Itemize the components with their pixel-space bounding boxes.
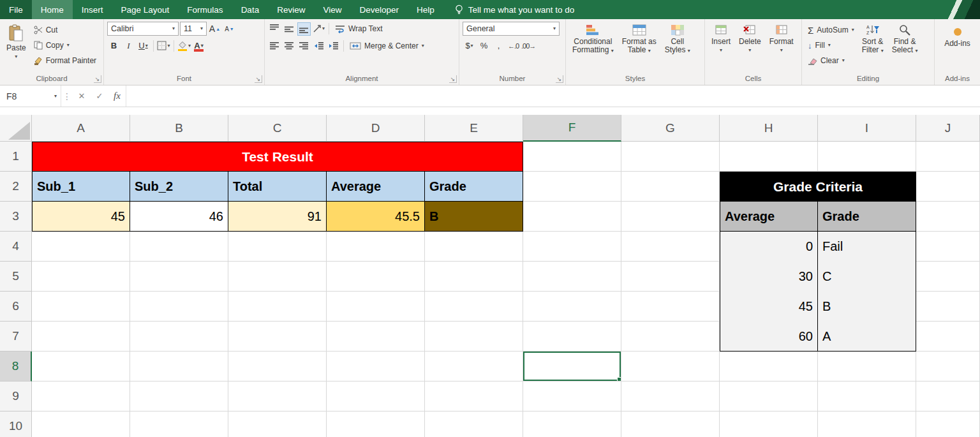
cell-F5[interactable] bbox=[523, 262, 621, 292]
cell-J2[interactable] bbox=[916, 172, 980, 202]
cell-F3[interactable] bbox=[523, 202, 621, 232]
increase-decimal-button[interactable]: ←.0 bbox=[507, 39, 520, 52]
row-header-8[interactable]: 8 bbox=[0, 352, 32, 381]
conditional-formatting-button[interactable]: Conditional Formatting ▾ bbox=[569, 22, 617, 73]
cell-I8[interactable] bbox=[818, 352, 916, 381]
column-header-B[interactable]: B bbox=[130, 115, 228, 142]
cell-G1[interactable] bbox=[621, 142, 720, 172]
cell-D7[interactable] bbox=[327, 322, 425, 352]
row-header-6[interactable]: 6 bbox=[0, 292, 32, 322]
percent-style-button[interactable]: % bbox=[477, 39, 491, 52]
align-middle-button[interactable] bbox=[283, 22, 296, 36]
cell-E5[interactable] bbox=[425, 262, 523, 292]
cell-A4[interactable] bbox=[32, 232, 130, 262]
tab-file[interactable]: File bbox=[0, 0, 32, 19]
cut-button[interactable]: Cut bbox=[31, 23, 99, 37]
cell-J9[interactable] bbox=[916, 381, 980, 411]
cell-I5[interactable]: C bbox=[818, 262, 916, 292]
cell-B7[interactable] bbox=[130, 322, 228, 352]
cell-B6[interactable] bbox=[130, 292, 228, 322]
column-header-A[interactable]: A bbox=[32, 115, 130, 142]
paste-button[interactable]: Paste ▾ bbox=[3, 22, 29, 73]
cell-E3[interactable]: B bbox=[425, 202, 523, 232]
tab-review[interactable]: Review bbox=[268, 0, 314, 19]
tell-me-box[interactable]: Tell me what you want to do bbox=[455, 0, 575, 19]
cell-A3[interactable]: 45 bbox=[32, 202, 130, 232]
cell-J5[interactable] bbox=[916, 262, 980, 292]
cancel-button[interactable]: ✕ bbox=[73, 85, 91, 107]
tab-view[interactable]: View bbox=[314, 0, 350, 19]
cell-G4[interactable] bbox=[621, 232, 720, 262]
cell-E10[interactable] bbox=[425, 411, 523, 437]
bold-button[interactable]: B bbox=[107, 39, 121, 52]
tab-data[interactable]: Data bbox=[232, 0, 269, 19]
row-header-5[interactable]: 5 bbox=[0, 262, 32, 292]
column-header-H[interactable]: H bbox=[720, 115, 818, 142]
row-header-9[interactable]: 9 bbox=[0, 381, 32, 411]
cell-H6[interactable]: 45 bbox=[720, 292, 818, 322]
underline-button[interactable]: U ▾ bbox=[137, 39, 150, 52]
cell-A5[interactable] bbox=[32, 262, 130, 292]
font-dialog-launcher-icon[interactable]: ↘ bbox=[255, 75, 262, 83]
cell-A8[interactable] bbox=[32, 352, 130, 381]
tab-developer[interactable]: Developer bbox=[350, 0, 408, 19]
cell-G8[interactable] bbox=[621, 352, 720, 381]
column-header-I[interactable]: I bbox=[818, 115, 916, 142]
font-family-select[interactable]: Calibri ▾ bbox=[107, 22, 179, 36]
fill-button[interactable]: ↓ Fill ▾ bbox=[805, 38, 857, 52]
cell-G10[interactable] bbox=[621, 411, 720, 437]
cell-D6[interactable] bbox=[327, 292, 425, 322]
cell-styles-button[interactable]: Cell Styles ▾ bbox=[662, 22, 694, 73]
cell-A10[interactable] bbox=[32, 411, 130, 437]
cell-H5[interactable]: 30 bbox=[720, 262, 818, 292]
cell-D3[interactable]: 45.5 bbox=[327, 202, 425, 232]
delete-cells-button[interactable]: Delete ▾ bbox=[736, 22, 764, 73]
enter-button[interactable]: ✓ bbox=[91, 85, 108, 107]
cell-J7[interactable] bbox=[916, 322, 980, 352]
cell-H3[interactable]: Average bbox=[720, 202, 818, 232]
cell-F9[interactable] bbox=[523, 381, 621, 411]
column-header-F[interactable]: F bbox=[523, 115, 621, 142]
cell-I9[interactable] bbox=[818, 381, 916, 411]
row-header-4[interactable]: 4 bbox=[0, 232, 32, 262]
cell-D2[interactable]: Average bbox=[327, 172, 425, 202]
comma-style-button[interactable]: , bbox=[492, 39, 505, 52]
cell-B2[interactable]: Sub_2 bbox=[130, 172, 228, 202]
cell-C2[interactable]: Total bbox=[228, 172, 327, 202]
cell-H2[interactable]: Grade Criteria bbox=[720, 172, 916, 202]
cell-D8[interactable] bbox=[327, 352, 425, 381]
font-size-select[interactable]: 11 ▾ bbox=[180, 22, 207, 36]
row-header-10[interactable]: 10 bbox=[0, 411, 32, 437]
number-format-select[interactable]: General ▾ bbox=[463, 22, 560, 36]
decrease-indent-button[interactable] bbox=[312, 40, 325, 53]
column-header-G[interactable]: G bbox=[621, 115, 720, 142]
cell-J4[interactable] bbox=[916, 232, 980, 262]
cell-E6[interactable] bbox=[425, 292, 523, 322]
cell-C7[interactable] bbox=[228, 322, 327, 352]
cell-J3[interactable] bbox=[916, 202, 980, 232]
number-dialog-launcher-icon[interactable]: ↘ bbox=[556, 75, 563, 83]
clear-button[interactable]: Clear ▾ bbox=[805, 54, 857, 68]
increase-indent-button[interactable] bbox=[327, 40, 340, 53]
cell-D4[interactable] bbox=[327, 232, 425, 262]
row-header-3[interactable]: 3 bbox=[0, 202, 32, 232]
cell-E7[interactable] bbox=[425, 322, 523, 352]
cell-G9[interactable] bbox=[621, 381, 720, 411]
cell-J10[interactable] bbox=[916, 411, 980, 437]
cell-C5[interactable] bbox=[228, 262, 327, 292]
cell-H8[interactable] bbox=[720, 352, 818, 381]
align-left-button[interactable] bbox=[268, 40, 281, 53]
cell-I3[interactable]: Grade bbox=[818, 202, 916, 232]
cell-A9[interactable] bbox=[32, 381, 130, 411]
format-painter-button[interactable]: Format Painter bbox=[31, 54, 99, 68]
cell-G5[interactable] bbox=[621, 262, 720, 292]
cell-F10[interactable] bbox=[523, 411, 621, 437]
merge-center-button[interactable]: Merge & Center ▾ bbox=[347, 39, 427, 53]
cell-C6[interactable] bbox=[228, 292, 327, 322]
cell-D5[interactable] bbox=[327, 262, 425, 292]
clipboard-dialog-launcher-icon[interactable]: ↘ bbox=[94, 75, 101, 83]
cell-D9[interactable] bbox=[327, 381, 425, 411]
align-center-button[interactable] bbox=[283, 40, 296, 53]
cell-C3[interactable]: 91 bbox=[228, 202, 327, 232]
orientation-button[interactable]: ▾ bbox=[312, 22, 325, 36]
